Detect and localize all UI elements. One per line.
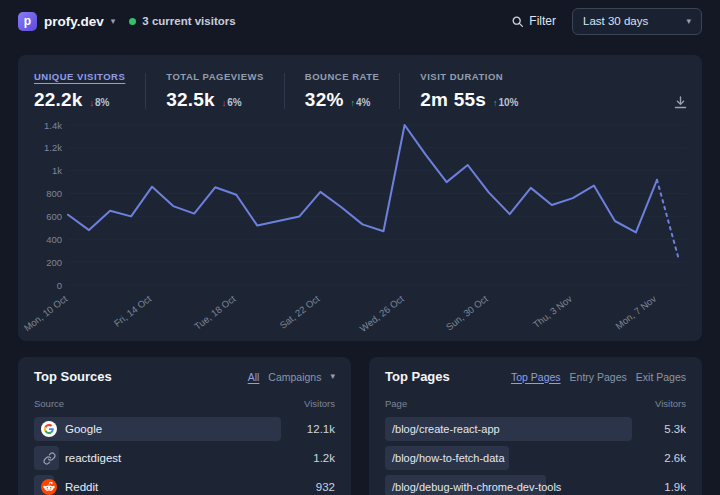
stat-label: TOTAL PAGEVIEWS	[166, 71, 264, 82]
stat-unique-visitors[interactable]: UNIQUE VISITORS 22.2k ↓8%	[34, 71, 125, 111]
google-icon	[41, 421, 57, 437]
top-pages-panel: Top Pages Top Pages Entry Pages Exit Pag…	[369, 357, 702, 495]
svg-text:0: 0	[57, 280, 62, 291]
source-visitors: 1.2k	[289, 452, 335, 464]
tab-entry-pages[interactable]: Entry Pages	[570, 371, 627, 383]
divider	[399, 73, 400, 109]
top-pages-title: Top Pages	[385, 369, 450, 384]
svg-text:800: 800	[46, 188, 62, 199]
date-range-value: Last 30 days	[583, 15, 648, 27]
analytics-card: UNIQUE VISITORS 22.2k ↓8% TOTAL PAGEVIEW…	[18, 55, 702, 341]
stat-value: 32.5k	[166, 89, 215, 111]
source-visitors: 932	[289, 481, 335, 493]
source-name: reactdigest	[65, 452, 121, 464]
page-path: /blog/how-to-fetch-data	[392, 452, 505, 464]
top-sources-title: Top Sources	[34, 369, 112, 384]
current-visitors[interactable]: 3 current visitors	[129, 15, 235, 27]
reddit-icon	[41, 479, 57, 495]
download-icon	[673, 95, 688, 110]
page-path: /blog/debug-with-chrome-dev-tools	[392, 481, 561, 493]
bottom-panels: Top Sources All Campaigns ▾ Source Visit…	[18, 357, 702, 495]
date-range-select[interactable]: Last 30 days ▾	[572, 8, 702, 35]
page-visitors: 5.3k	[640, 423, 686, 435]
download-button[interactable]	[673, 95, 688, 110]
tab-sources-campaigns[interactable]: Campaigns	[268, 371, 321, 383]
svg-text:200: 200	[46, 257, 62, 268]
site-logo-icon: p	[18, 12, 37, 31]
tab-top-pages[interactable]: Top Pages	[511, 371, 561, 383]
svg-text:1.2k: 1.2k	[44, 142, 62, 153]
page-visitors: 2.6k	[640, 452, 686, 464]
stat-label: BOUNCE RATE	[305, 71, 379, 82]
top-bar: p profy.dev ▾ 3 current visitors Filter …	[0, 0, 720, 42]
svg-text:Fri, 14 Oct: Fri, 14 Oct	[112, 293, 154, 329]
stat-value: 2m 55s	[420, 89, 486, 111]
source-row-reddit[interactable]: Reddit 932	[34, 475, 335, 495]
column-source: Source	[34, 398, 64, 409]
svg-text:1.4k: 1.4k	[44, 120, 62, 131]
svg-text:Sat, 22 Oct: Sat, 22 Oct	[277, 293, 322, 331]
site-name: profy.dev	[44, 14, 104, 29]
page-visitors: 1.9k	[640, 481, 686, 493]
chevron-down-icon: ▾	[111, 17, 116, 26]
stat-change: ↑10%	[493, 97, 519, 108]
arrow-up-icon: ↑	[351, 98, 356, 108]
current-visitors-label: 3 current visitors	[142, 15, 235, 27]
page-row[interactable]: /blog/how-to-fetch-data 2.6k	[385, 446, 686, 470]
chevron-down-icon[interactable]: ▾	[330, 372, 335, 381]
top-sources-panel: Top Sources All Campaigns ▾ Source Visit…	[18, 357, 351, 495]
stat-total-pageviews[interactable]: TOTAL PAGEVIEWS 32.5k ↓6%	[166, 71, 264, 111]
source-name: Google	[65, 423, 102, 435]
page-path: /blog/create-react-app	[392, 423, 500, 435]
svg-text:1k: 1k	[52, 165, 62, 176]
column-visitors: Visitors	[655, 398, 686, 409]
stat-change: ↓8%	[90, 97, 110, 108]
svg-text:Mon, 10 Oct: Mon, 10 Oct	[22, 293, 70, 334]
stat-value: 22.2k	[34, 89, 83, 111]
source-name: Reddit	[65, 481, 98, 493]
stat-value: 32%	[305, 89, 344, 111]
stat-change: ↓6%	[222, 97, 242, 108]
page-row[interactable]: /blog/create-react-app 5.3k	[385, 417, 686, 441]
svg-text:Tue, 18 Oct: Tue, 18 Oct	[192, 293, 238, 332]
svg-text:Mon, 7 Nov: Mon, 7 Nov	[613, 293, 658, 332]
stat-label: VISIT DURATION	[420, 71, 518, 82]
online-dot-icon	[129, 18, 136, 25]
source-visitors: 12.1k	[289, 423, 335, 435]
stat-label: UNIQUE VISITORS	[34, 71, 125, 82]
filter-label: Filter	[529, 14, 556, 28]
search-icon	[511, 15, 524, 28]
svg-text:Wed, 26 Oct: Wed, 26 Oct	[358, 293, 407, 334]
column-page: Page	[385, 398, 407, 409]
link-icon	[41, 450, 57, 466]
stat-change: ↑4%	[351, 97, 371, 108]
stat-bounce-rate[interactable]: BOUNCE RATE 32% ↑4%	[305, 71, 379, 111]
source-row-reactdigest[interactable]: reactdigest 1.2k	[34, 446, 335, 470]
svg-text:Sun, 30 Oct: Sun, 30 Oct	[444, 293, 491, 333]
stats-row: UNIQUE VISITORS 22.2k ↓8% TOTAL PAGEVIEW…	[34, 65, 686, 117]
chevron-down-icon: ▾	[686, 17, 691, 26]
svg-text:Thu, 3 Nov: Thu, 3 Nov	[531, 293, 575, 330]
column-visitors: Visitors	[304, 398, 335, 409]
arrow-down-icon: ↓	[222, 98, 227, 108]
site-switcher[interactable]: p profy.dev ▾	[18, 12, 115, 31]
svg-text:600: 600	[46, 211, 62, 222]
arrow-down-icon: ↓	[90, 98, 95, 108]
page-row[interactable]: /blog/debug-with-chrome-dev-tools 1.9k	[385, 475, 686, 495]
visitors-line-chart: 02004006008001k1.2k1.4kMon, 10 OctFri, 1…	[34, 117, 686, 335]
tab-exit-pages[interactable]: Exit Pages	[636, 371, 686, 383]
stat-visit-duration[interactable]: VISIT DURATION 2m 55s ↑10%	[420, 71, 518, 111]
svg-text:400: 400	[46, 234, 62, 245]
divider	[145, 73, 146, 109]
filter-button[interactable]: Filter	[511, 14, 556, 28]
divider	[284, 73, 285, 109]
tab-sources-all[interactable]: All	[248, 371, 260, 383]
arrow-up-icon: ↑	[493, 98, 498, 108]
source-row-google[interactable]: Google 12.1k	[34, 417, 335, 441]
